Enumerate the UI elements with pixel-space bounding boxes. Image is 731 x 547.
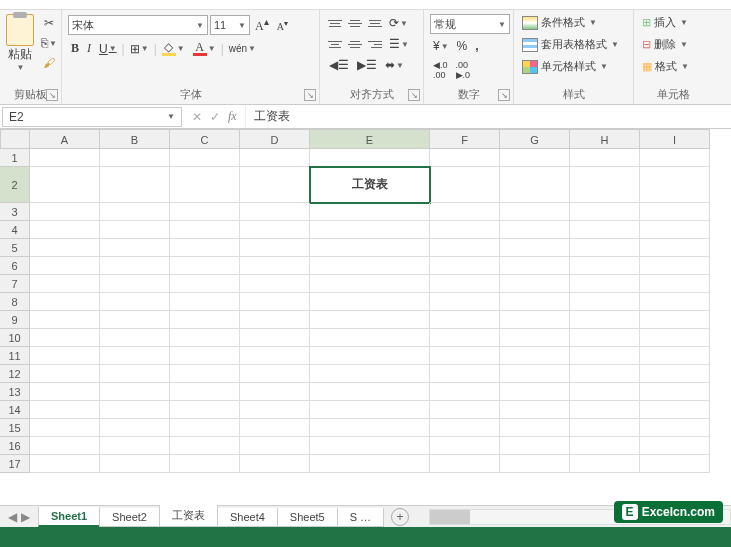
conditional-format-button[interactable]: 条件格式 ▼ (520, 14, 627, 31)
cell[interactable] (310, 203, 430, 221)
bold-button[interactable]: B (68, 39, 82, 58)
cell[interactable] (310, 275, 430, 293)
cell[interactable] (640, 347, 710, 365)
cell[interactable] (640, 293, 710, 311)
cell[interactable] (430, 419, 500, 437)
cell[interactable] (30, 203, 100, 221)
dialog-launcher[interactable]: ↘ (498, 89, 510, 101)
cell[interactable] (500, 203, 570, 221)
cell[interactable] (640, 401, 710, 419)
row-header[interactable]: 16 (0, 437, 30, 455)
cell[interactable] (170, 293, 240, 311)
cell[interactable] (570, 419, 640, 437)
cell[interactable] (500, 167, 570, 203)
column-header[interactable]: H (570, 129, 640, 149)
row-header[interactable]: 6 (0, 257, 30, 275)
cell[interactable] (240, 419, 310, 437)
sheet-tab[interactable]: 工资表 (159, 505, 218, 527)
cell[interactable] (500, 347, 570, 365)
cell[interactable] (310, 329, 430, 347)
align-bottom-button[interactable] (366, 15, 384, 31)
cell[interactable] (430, 455, 500, 473)
cell[interactable] (30, 365, 100, 383)
cell[interactable] (240, 167, 310, 203)
cancel-formula-button[interactable]: ✕ (192, 110, 202, 124)
cell[interactable] (640, 257, 710, 275)
cell[interactable] (170, 203, 240, 221)
cell[interactable] (570, 311, 640, 329)
font-name-dropdown[interactable]: 宋体 ▼ (68, 15, 208, 35)
row-header[interactable]: 9 (0, 311, 30, 329)
cell[interactable] (240, 383, 310, 401)
cell[interactable] (100, 437, 170, 455)
font-size-dropdown[interactable]: 11 ▼ (210, 15, 250, 35)
cell[interactable] (640, 365, 710, 383)
cell[interactable] (170, 167, 240, 203)
cell[interactable] (30, 383, 100, 401)
cell[interactable] (310, 221, 430, 239)
cell[interactable] (640, 149, 710, 167)
cell[interactable] (640, 311, 710, 329)
cell[interactable] (240, 455, 310, 473)
sheet-tab[interactable]: Sheet1 (38, 507, 100, 527)
align-middle-button[interactable] (346, 15, 364, 31)
cell[interactable] (640, 437, 710, 455)
phonetic-button[interactable]: wén▼ (226, 41, 259, 56)
cell[interactable] (500, 419, 570, 437)
cell[interactable] (100, 365, 170, 383)
increase-decimal-button[interactable]: ◀.0.00 (430, 58, 451, 82)
cell[interactable] (30, 221, 100, 239)
cell[interactable] (500, 149, 570, 167)
cell[interactable] (570, 401, 640, 419)
cell[interactable] (170, 311, 240, 329)
sheet-next-button[interactable]: ▶ (21, 510, 30, 524)
cell[interactable] (310, 401, 430, 419)
cell[interactable] (570, 455, 640, 473)
cell[interactable] (240, 329, 310, 347)
cell[interactable] (640, 203, 710, 221)
border-button[interactable]: ⊞▼ (127, 40, 152, 58)
cell[interactable] (570, 275, 640, 293)
cell[interactable] (430, 365, 500, 383)
cell[interactable] (310, 383, 430, 401)
copy-button[interactable]: ⎘▼ (38, 34, 60, 52)
cell[interactable] (570, 149, 640, 167)
cell[interactable] (430, 329, 500, 347)
cell[interactable] (500, 257, 570, 275)
cell[interactable] (100, 149, 170, 167)
cell[interactable] (30, 455, 100, 473)
cell[interactable] (240, 311, 310, 329)
row-header[interactable]: 13 (0, 383, 30, 401)
column-header[interactable]: B (100, 129, 170, 149)
cell[interactable] (570, 383, 640, 401)
cell[interactable] (30, 293, 100, 311)
column-header[interactable]: C (170, 129, 240, 149)
sheet-prev-button[interactable]: ◀ (8, 510, 17, 524)
cell[interactable] (100, 293, 170, 311)
comma-button[interactable]: , (472, 37, 481, 55)
cell[interactable] (30, 275, 100, 293)
cell[interactable] (240, 401, 310, 419)
row-header[interactable]: 8 (0, 293, 30, 311)
dialog-launcher[interactable]: ↘ (46, 89, 58, 101)
cell[interactable] (30, 239, 100, 257)
cell[interactable] (570, 437, 640, 455)
cell[interactable] (310, 347, 430, 365)
row-header[interactable]: 1 (0, 149, 30, 167)
cell[interactable] (170, 275, 240, 293)
cell[interactable] (570, 293, 640, 311)
cell[interactable] (430, 311, 500, 329)
cell[interactable] (500, 293, 570, 311)
cell[interactable] (310, 149, 430, 167)
cell[interactable] (170, 257, 240, 275)
cell[interactable]: 工资表 (310, 167, 430, 203)
cell[interactable] (100, 419, 170, 437)
cell[interactable] (100, 257, 170, 275)
cell[interactable] (430, 167, 500, 203)
sheet-tab[interactable]: Sheet5 (277, 508, 338, 527)
cell[interactable] (30, 329, 100, 347)
column-header[interactable]: E (310, 129, 430, 149)
cell[interactable] (240, 365, 310, 383)
cell[interactable] (240, 203, 310, 221)
cell[interactable] (310, 437, 430, 455)
